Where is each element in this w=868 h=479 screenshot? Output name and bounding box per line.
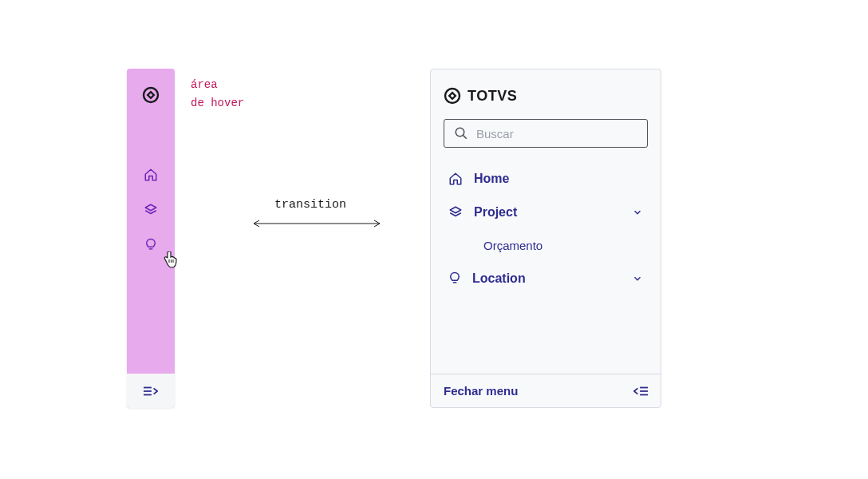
- brand-logo-icon: [142, 86, 160, 104]
- collapse-icon: [633, 386, 648, 397]
- collapsed-nav-icons: [144, 168, 158, 252]
- close-menu-button[interactable]: Fechar menu: [431, 374, 661, 407]
- svg-point-14: [456, 128, 464, 137]
- brand-name: TOTVS: [468, 88, 517, 105]
- annotation-line-1: área: [191, 76, 244, 94]
- home-icon[interactable]: [144, 168, 158, 182]
- nav-item-project[interactable]: Project: [444, 199, 648, 226]
- nav-label-home: Home: [474, 172, 643, 186]
- nav-items: Home Project Orçamento Location: [431, 160, 661, 297]
- svg-line-15: [464, 136, 467, 139]
- home-icon: [448, 172, 463, 186]
- search-icon: [454, 126, 468, 141]
- transition-annotation: transition: [274, 198, 346, 212]
- search-input[interactable]: [476, 127, 637, 141]
- expanded-sidebar: TOTVS Home Project: [430, 69, 661, 408]
- hover-area-annotation: área de hover: [191, 76, 244, 113]
- close-menu-label: Fechar menu: [444, 384, 518, 398]
- annotation-line-2: de hover: [191, 94, 244, 113]
- expand-button[interactable]: [127, 374, 175, 408]
- layers-icon: [448, 205, 463, 220]
- layers-icon[interactable]: [144, 203, 158, 217]
- chevron-down-icon: [632, 273, 643, 284]
- brand-logo-icon: [444, 87, 461, 105]
- transition-arrow-icon: [251, 217, 383, 230]
- expand-icon: [144, 386, 158, 397]
- sidebar-header: TOTVS: [431, 69, 661, 160]
- chevron-down-icon: [632, 207, 643, 218]
- brand-row: TOTVS: [444, 87, 648, 105]
- search-box[interactable]: [444, 119, 648, 148]
- nav-label-project: Project: [474, 205, 621, 220]
- collapsed-sidebar: [127, 69, 175, 408]
- nav-subitem-orcamento[interactable]: Orçamento: [444, 232, 648, 259]
- lightbulb-icon: [448, 271, 461, 286]
- nav-label-location: Location: [472, 271, 621, 286]
- nav-item-home[interactable]: Home: [444, 165, 648, 192]
- nav-item-location[interactable]: Location: [444, 265, 648, 292]
- lightbulb-icon[interactable]: [144, 238, 157, 252]
- pointer-cursor-icon: [162, 251, 178, 269]
